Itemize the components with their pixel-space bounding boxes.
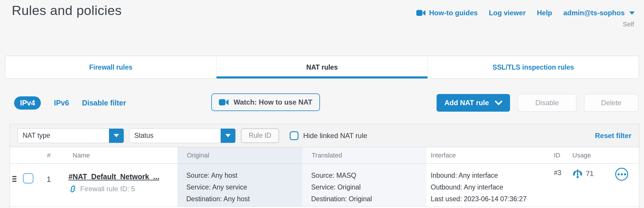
account-menu[interactable]: admin@ts-sophos	[563, 9, 635, 17]
page-title: Rules and policies	[12, 3, 122, 18]
row-number: 1	[41, 164, 56, 207]
top-nav: How-to guides Log viewer Help admin@ts-s…	[416, 9, 635, 17]
nat-type-dropdown[interactable]: NAT type	[18, 128, 124, 143]
table-filter-row: NAT type Status Rule ID Hide linked NAT …	[10, 124, 639, 147]
rule-id-input[interactable]: Rule ID	[241, 128, 279, 143]
help-link[interactable]: Help	[537, 9, 552, 17]
column-header-original: Original	[177, 147, 302, 163]
delete-button[interactable]: Delete	[584, 94, 638, 112]
usage-count: 71	[586, 168, 594, 178]
translated-cell: Source: MASQ Service: Original Destinati…	[302, 164, 427, 207]
hide-linked-checkbox[interactable]	[290, 131, 298, 140]
ipv4-filter-pill[interactable]: IPv4	[14, 96, 41, 110]
reset-filter-link[interactable]: Reset filter	[595, 132, 631, 140]
column-header-translated: Translated	[302, 147, 427, 163]
column-header-interface: Interface	[427, 147, 551, 163]
ipv6-filter-link[interactable]: IPv6	[54, 99, 69, 107]
rule-type-tabs: Firewall rules NAT rules SSL/TLS inspect…	[5, 56, 639, 79]
video-camera-icon	[219, 99, 229, 106]
status-dropdown[interactable]: Status	[129, 128, 236, 143]
dropdown-arrow-icon	[109, 129, 124, 143]
chevron-down-icon	[495, 100, 502, 105]
rules-and-policies-page: Rules and policies How-to guides Log vie…	[0, 0, 644, 208]
rule-actions: Add NAT rule Disable Delete	[437, 94, 638, 112]
rule-name-link[interactable]: #NAT_Default_Network_...	[68, 172, 177, 181]
row-checkbox[interactable]	[23, 173, 33, 184]
interface-cell: Inbound: Any interface Outbound: Any int…	[427, 164, 551, 207]
column-header-usage: Usage	[570, 147, 604, 163]
usage-cell: 71	[570, 164, 604, 207]
usage-gauge-icon	[572, 168, 583, 179]
video-camera-icon	[416, 10, 426, 16]
linked-firewall-rule-label: Firewall rule ID: 5	[80, 185, 135, 193]
column-header-number: #	[41, 147, 56, 163]
dropdown-arrow-icon	[221, 129, 235, 143]
nat-rules-table-panel: NAT type Status Rule ID Hide linked NAT …	[10, 124, 639, 208]
column-header-name: Name	[56, 147, 177, 163]
chevron-down-icon	[629, 11, 635, 15]
ip-version-filter-group: IPv4 IPv6 Disable filter	[14, 94, 126, 112]
tab-firewall-rules[interactable]: Firewall rules	[5, 56, 216, 78]
tab-nat-rules[interactable]: NAT rules	[216, 56, 427, 78]
table-header-row: # Name Original Translated Interface ID …	[10, 147, 639, 164]
disable-button[interactable]: Disable	[518, 94, 576, 112]
account-context-label: Self	[623, 21, 634, 28]
howto-guides-link[interactable]: How-to guides	[416, 9, 478, 17]
link-chain-icon	[68, 184, 77, 193]
log-viewer-link[interactable]: Log viewer	[489, 9, 526, 17]
row-actions-menu-button[interactable]	[615, 168, 628, 181]
add-nat-rule-button[interactable]: Add NAT rule	[437, 94, 510, 112]
hide-linked-nat-rule-toggle[interactable]: Hide linked NAT rule	[290, 131, 367, 140]
watch-how-to-use-nat-button[interactable]: Watch: How to use NAT	[211, 93, 320, 111]
table-row: 1 #NAT_Default_Network_... Firewall rule…	[10, 164, 639, 207]
drag-handle-icon[interactable]	[12, 176, 16, 182]
original-cell: Source: Any host Service: Any service De…	[177, 164, 302, 207]
disable-filter-link[interactable]: Disable filter	[82, 99, 126, 107]
column-header-id: ID	[551, 147, 570, 163]
rule-id-cell: #3	[551, 164, 570, 207]
tab-ssl-tls-inspection-rules[interactable]: SSL/TLS inspection rules	[427, 56, 639, 78]
